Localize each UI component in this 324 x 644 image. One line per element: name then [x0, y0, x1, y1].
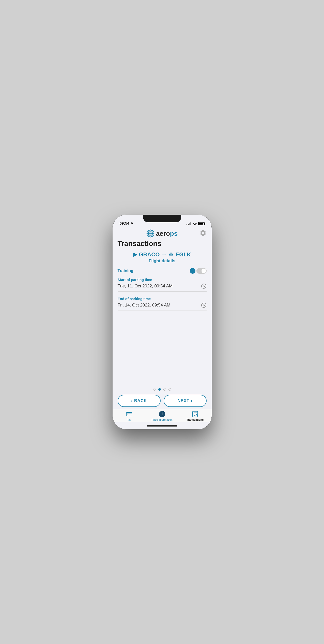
- training-label: Training: [118, 269, 133, 273]
- gear-icon: [199, 229, 207, 237]
- flight-route: ▶ GBACO →: [113, 250, 212, 264]
- pay-svg-icon: [126, 411, 132, 417]
- end-parking-value: Fri, 14. Oct 2022, 09:54 AM: [118, 303, 171, 308]
- clock-icon-2: [201, 302, 207, 308]
- svg-rect-6: [169, 255, 173, 256]
- tab-transactions[interactable]: Transactions: [179, 411, 212, 421]
- svg-rect-25: [127, 415, 128, 415]
- svg-rect-13: [169, 254, 170, 255]
- logo-globe-icon: [146, 229, 155, 238]
- start-parking-value: Tue, 11. Oct 2022, 09:54 AM: [118, 284, 173, 289]
- transactions-tab-label: Transactions: [187, 418, 204, 421]
- route-line: ▶ GBACO →: [118, 251, 207, 258]
- svg-point-22: [203, 305, 204, 306]
- battery-icon: [198, 222, 205, 225]
- price-info-tab-label: Price information: [151, 418, 173, 421]
- tab-pay[interactable]: Pay: [113, 411, 146, 421]
- end-parking-label: End of parking time: [118, 297, 207, 301]
- svg-rect-10: [171, 253, 172, 254]
- route-subtitle: Flight details: [118, 258, 207, 264]
- toggle-track: [196, 268, 207, 274]
- settings-button[interactable]: [199, 229, 207, 238]
- home-bar: [147, 425, 177, 427]
- dot-1: [153, 388, 156, 391]
- main-area: Training Start of parking time Tue, 11. …: [113, 264, 212, 385]
- end-parking-field: End of parking time Fri, 14. Oct 2022, 0…: [118, 297, 207, 311]
- start-parking-field: Start of parking time Tue, 11. Oct 2022,…: [118, 278, 207, 292]
- logo-text: aerops: [156, 230, 178, 238]
- start-parking-label: Start of parking time: [118, 278, 207, 282]
- back-button[interactable]: ‹ BACK: [118, 395, 161, 407]
- training-row: Training: [118, 268, 207, 274]
- svg-point-18: [203, 286, 204, 287]
- svg-rect-23: [126, 413, 132, 416]
- nav-buttons: ‹ BACK NEXT ›: [113, 394, 212, 409]
- info-svg-icon: i: [159, 411, 165, 417]
- page-title: Transactions: [113, 239, 212, 250]
- notch: [143, 215, 181, 222]
- status-icons: [187, 222, 205, 225]
- logo: aerops: [125, 229, 199, 238]
- dot-2: [158, 388, 161, 391]
- pay-icon: [126, 411, 132, 417]
- svg-rect-12: [171, 254, 172, 255]
- transactions-icon: [192, 411, 198, 417]
- start-parking-input[interactable]: Tue, 11. Oct 2022, 09:54 AM: [118, 283, 207, 292]
- svg-rect-14: [172, 254, 173, 255]
- toggle-dot: [190, 268, 195, 274]
- wifi-icon: [193, 222, 197, 225]
- end-parking-input[interactable]: Fri, 14. Oct 2022, 09:54 AM: [118, 302, 207, 311]
- status-time: 09:54: [120, 221, 133, 225]
- next-button[interactable]: NEXT ›: [164, 395, 207, 407]
- app-header: aerops: [113, 227, 212, 239]
- home-indicator: [113, 422, 212, 429]
- pay-tab-label: Pay: [127, 418, 131, 421]
- price-info-icon: i: [159, 411, 165, 417]
- transactions-svg-icon: [192, 411, 198, 417]
- airport-icon: [168, 252, 174, 256]
- dot-3: [163, 388, 166, 391]
- svg-text:i: i: [161, 412, 163, 416]
- dot-4: [168, 388, 171, 391]
- tab-price-info[interactable]: i Price information: [146, 411, 179, 421]
- clock-icon: [201, 283, 207, 289]
- pagination: [113, 385, 212, 394]
- signal-icon: [187, 222, 191, 225]
- svg-rect-7: [169, 256, 173, 256]
- location-arrow-icon: [130, 222, 133, 225]
- training-toggle[interactable]: [190, 268, 207, 274]
- bottom-tabs: Pay i Price information: [113, 409, 212, 422]
